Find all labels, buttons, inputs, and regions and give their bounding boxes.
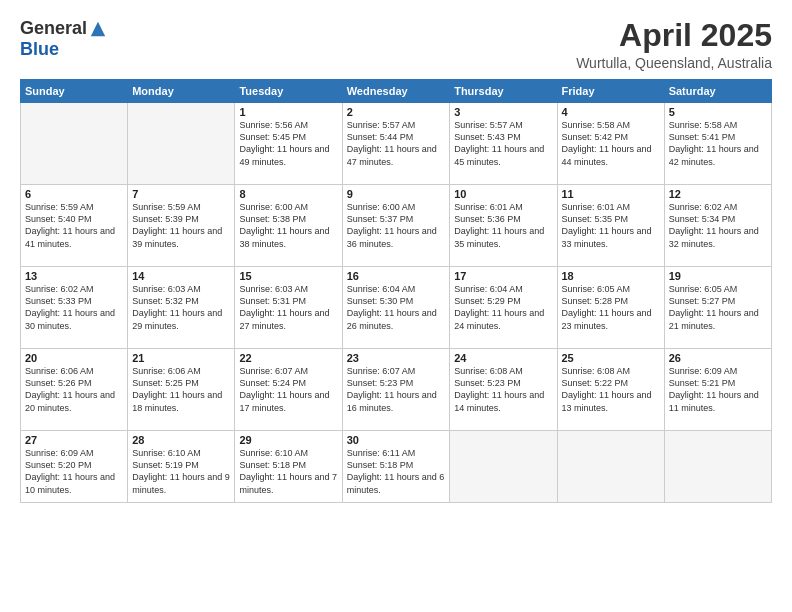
day-number: 14 [132, 270, 230, 282]
calendar-day-header: Sunday [21, 80, 128, 103]
day-number: 22 [239, 352, 337, 364]
month-title: April 2025 [576, 18, 772, 53]
calendar-cell: 9Sunrise: 6:00 AM Sunset: 5:37 PM Daylig… [342, 185, 449, 267]
day-number: 30 [347, 434, 445, 446]
calendar-cell [557, 431, 664, 503]
cell-info: Sunrise: 6:02 AM Sunset: 5:33 PM Dayligh… [25, 283, 123, 332]
cell-info: Sunrise: 6:03 AM Sunset: 5:32 PM Dayligh… [132, 283, 230, 332]
svg-marker-0 [91, 21, 105, 35]
day-number: 23 [347, 352, 445, 364]
location: Wurtulla, Queensland, Australia [576, 55, 772, 71]
day-number: 6 [25, 188, 123, 200]
calendar-cell [128, 103, 235, 185]
cell-info: Sunrise: 6:10 AM Sunset: 5:19 PM Dayligh… [132, 447, 230, 496]
calendar-week-row: 13Sunrise: 6:02 AM Sunset: 5:33 PM Dayli… [21, 267, 772, 349]
cell-info: Sunrise: 6:09 AM Sunset: 5:20 PM Dayligh… [25, 447, 123, 496]
calendar-cell [450, 431, 557, 503]
calendar-cell: 30Sunrise: 6:11 AM Sunset: 5:18 PM Dayli… [342, 431, 449, 503]
calendar-cell: 8Sunrise: 6:00 AM Sunset: 5:38 PM Daylig… [235, 185, 342, 267]
cell-info: Sunrise: 5:58 AM Sunset: 5:41 PM Dayligh… [669, 119, 767, 168]
day-number: 21 [132, 352, 230, 364]
cell-info: Sunrise: 6:03 AM Sunset: 5:31 PM Dayligh… [239, 283, 337, 332]
calendar-table: SundayMondayTuesdayWednesdayThursdayFrid… [20, 79, 772, 503]
cell-info: Sunrise: 5:57 AM Sunset: 5:43 PM Dayligh… [454, 119, 552, 168]
day-number: 16 [347, 270, 445, 282]
cell-info: Sunrise: 5:59 AM Sunset: 5:40 PM Dayligh… [25, 201, 123, 250]
calendar-day-header: Thursday [450, 80, 557, 103]
day-number: 8 [239, 188, 337, 200]
day-number: 27 [25, 434, 123, 446]
calendar-cell: 24Sunrise: 6:08 AM Sunset: 5:23 PM Dayli… [450, 349, 557, 431]
calendar-cell: 10Sunrise: 6:01 AM Sunset: 5:36 PM Dayli… [450, 185, 557, 267]
cell-info: Sunrise: 5:56 AM Sunset: 5:45 PM Dayligh… [239, 119, 337, 168]
cell-info: Sunrise: 6:10 AM Sunset: 5:18 PM Dayligh… [239, 447, 337, 496]
cell-info: Sunrise: 6:08 AM Sunset: 5:22 PM Dayligh… [562, 365, 660, 414]
cell-info: Sunrise: 6:02 AM Sunset: 5:34 PM Dayligh… [669, 201, 767, 250]
calendar-cell: 5Sunrise: 5:58 AM Sunset: 5:41 PM Daylig… [664, 103, 771, 185]
calendar-day-header: Friday [557, 80, 664, 103]
calendar-cell [664, 431, 771, 503]
day-number: 20 [25, 352, 123, 364]
day-number: 2 [347, 106, 445, 118]
page: General Blue April 2025 Wurtulla, Queens… [0, 0, 792, 612]
header: General Blue April 2025 Wurtulla, Queens… [20, 18, 772, 71]
day-number: 25 [562, 352, 660, 364]
day-number: 18 [562, 270, 660, 282]
cell-info: Sunrise: 6:00 AM Sunset: 5:38 PM Dayligh… [239, 201, 337, 250]
day-number: 13 [25, 270, 123, 282]
calendar-cell: 27Sunrise: 6:09 AM Sunset: 5:20 PM Dayli… [21, 431, 128, 503]
day-number: 19 [669, 270, 767, 282]
calendar-day-header: Saturday [664, 80, 771, 103]
cell-info: Sunrise: 6:00 AM Sunset: 5:37 PM Dayligh… [347, 201, 445, 250]
logo: General Blue [20, 18, 107, 60]
calendar-cell: 21Sunrise: 6:06 AM Sunset: 5:25 PM Dayli… [128, 349, 235, 431]
calendar-week-row: 20Sunrise: 6:06 AM Sunset: 5:26 PM Dayli… [21, 349, 772, 431]
cell-info: Sunrise: 6:01 AM Sunset: 5:35 PM Dayligh… [562, 201, 660, 250]
calendar-cell: 1Sunrise: 5:56 AM Sunset: 5:45 PM Daylig… [235, 103, 342, 185]
calendar-cell: 16Sunrise: 6:04 AM Sunset: 5:30 PM Dayli… [342, 267, 449, 349]
calendar-cell: 18Sunrise: 6:05 AM Sunset: 5:28 PM Dayli… [557, 267, 664, 349]
title-block: April 2025 Wurtulla, Queensland, Austral… [576, 18, 772, 71]
calendar-cell: 29Sunrise: 6:10 AM Sunset: 5:18 PM Dayli… [235, 431, 342, 503]
cell-info: Sunrise: 6:07 AM Sunset: 5:23 PM Dayligh… [347, 365, 445, 414]
logo-blue-text: Blue [20, 39, 59, 59]
cell-info: Sunrise: 6:04 AM Sunset: 5:29 PM Dayligh… [454, 283, 552, 332]
calendar-cell: 23Sunrise: 6:07 AM Sunset: 5:23 PM Dayli… [342, 349, 449, 431]
calendar-day-header: Wednesday [342, 80, 449, 103]
calendar-cell: 7Sunrise: 5:59 AM Sunset: 5:39 PM Daylig… [128, 185, 235, 267]
calendar-cell: 20Sunrise: 6:06 AM Sunset: 5:26 PM Dayli… [21, 349, 128, 431]
day-number: 17 [454, 270, 552, 282]
calendar-cell: 11Sunrise: 6:01 AM Sunset: 5:35 PM Dayli… [557, 185, 664, 267]
calendar-cell: 25Sunrise: 6:08 AM Sunset: 5:22 PM Dayli… [557, 349, 664, 431]
calendar-cell: 19Sunrise: 6:05 AM Sunset: 5:27 PM Dayli… [664, 267, 771, 349]
calendar-week-row: 27Sunrise: 6:09 AM Sunset: 5:20 PM Dayli… [21, 431, 772, 503]
cell-info: Sunrise: 6:07 AM Sunset: 5:24 PM Dayligh… [239, 365, 337, 414]
cell-info: Sunrise: 5:58 AM Sunset: 5:42 PM Dayligh… [562, 119, 660, 168]
calendar-cell: 28Sunrise: 6:10 AM Sunset: 5:19 PM Dayli… [128, 431, 235, 503]
cell-info: Sunrise: 6:06 AM Sunset: 5:25 PM Dayligh… [132, 365, 230, 414]
calendar-cell: 6Sunrise: 5:59 AM Sunset: 5:40 PM Daylig… [21, 185, 128, 267]
cell-info: Sunrise: 6:09 AM Sunset: 5:21 PM Dayligh… [669, 365, 767, 414]
calendar-cell: 22Sunrise: 6:07 AM Sunset: 5:24 PM Dayli… [235, 349, 342, 431]
day-number: 24 [454, 352, 552, 364]
cell-info: Sunrise: 5:57 AM Sunset: 5:44 PM Dayligh… [347, 119, 445, 168]
cell-info: Sunrise: 6:06 AM Sunset: 5:26 PM Dayligh… [25, 365, 123, 414]
day-number: 9 [347, 188, 445, 200]
day-number: 26 [669, 352, 767, 364]
logo-icon [89, 20, 107, 38]
cell-info: Sunrise: 6:04 AM Sunset: 5:30 PM Dayligh… [347, 283, 445, 332]
calendar-week-row: 6Sunrise: 5:59 AM Sunset: 5:40 PM Daylig… [21, 185, 772, 267]
day-number: 28 [132, 434, 230, 446]
calendar-cell: 13Sunrise: 6:02 AM Sunset: 5:33 PM Dayli… [21, 267, 128, 349]
cell-info: Sunrise: 6:11 AM Sunset: 5:18 PM Dayligh… [347, 447, 445, 496]
calendar-cell: 2Sunrise: 5:57 AM Sunset: 5:44 PM Daylig… [342, 103, 449, 185]
cell-info: Sunrise: 6:08 AM Sunset: 5:23 PM Dayligh… [454, 365, 552, 414]
calendar-cell [21, 103, 128, 185]
cell-info: Sunrise: 6:01 AM Sunset: 5:36 PM Dayligh… [454, 201, 552, 250]
day-number: 4 [562, 106, 660, 118]
calendar-week-row: 1Sunrise: 5:56 AM Sunset: 5:45 PM Daylig… [21, 103, 772, 185]
cell-info: Sunrise: 5:59 AM Sunset: 5:39 PM Dayligh… [132, 201, 230, 250]
day-number: 7 [132, 188, 230, 200]
calendar-day-header: Tuesday [235, 80, 342, 103]
day-number: 3 [454, 106, 552, 118]
